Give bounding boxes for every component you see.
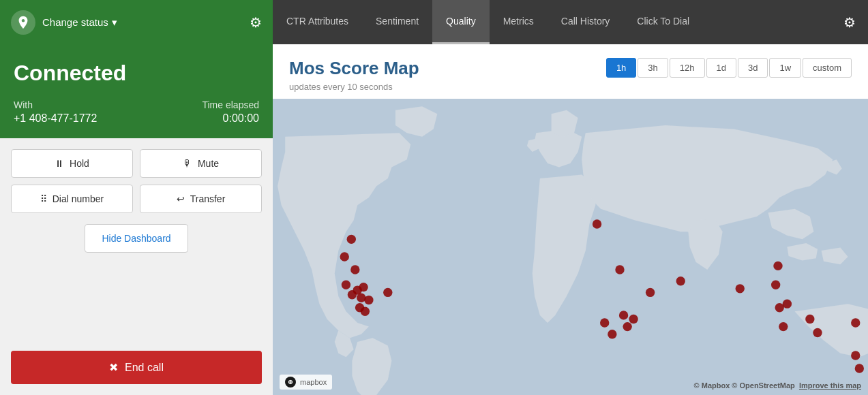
call-info: With +1 408-477-1772 Time elapsed 0:00:0…	[14, 99, 259, 125]
improve-map-link[interactable]: Improve this map	[799, 381, 861, 390]
svg-point-7	[359, 283, 368, 291]
change-status-button[interactable]: Change status ▾	[42, 16, 117, 29]
change-status-label: Change status	[42, 16, 108, 28]
end-call-icon: ✖	[109, 361, 118, 374]
dial-number-label: Dial number	[53, 193, 104, 204]
tab-sentiment[interactable]: Sentiment	[362, 0, 432, 44]
svg-point-18	[623, 322, 631, 331]
transfer-icon: ↩	[177, 193, 185, 204]
time-btn-3d[interactable]: 3d	[738, 58, 768, 78]
tab-quality-label: Quality	[446, 16, 476, 27]
hide-dashboard-area: Hide Dashboard	[0, 224, 273, 264]
svg-point-14	[615, 265, 624, 274]
action-buttons: ⏸ Hold 🎙 Mute ⠿ Dial number ↩ Transfer	[0, 138, 273, 224]
tab-metrics[interactable]: Metrics	[490, 0, 548, 44]
svg-point-23	[773, 262, 782, 270]
time-btn-1d-label: 1d	[717, 63, 726, 73]
dialpad-icon: ⠿	[40, 193, 47, 204]
time-elapsed-label: Time elapsed	[202, 99, 259, 110]
time-range-buttons: 1h 3h 12h 1d 3d 1w custom	[606, 58, 852, 78]
tab-metrics-label: Metrics	[503, 16, 534, 27]
map-header: Mos Score Map updates every 10 seconds 1…	[273, 44, 868, 99]
time-btn-3h-label: 3h	[648, 63, 657, 73]
tab-call-history-label: Call History	[561, 16, 610, 27]
map-subtitle: updates every 10 seconds	[289, 82, 419, 92]
time-elapsed-value: 0:00:00	[202, 112, 259, 125]
svg-point-1	[347, 235, 356, 244]
top-nav: Change status ▾ ⚙ CTR Attributes Sentime…	[0, 0, 868, 44]
transfer-label: Transfer	[190, 193, 226, 204]
hide-dashboard-button[interactable]: Hide Dashboard	[85, 224, 188, 253]
time-btn-1h[interactable]: 1h	[606, 58, 636, 78]
svg-point-13	[593, 219, 601, 228]
tab-quality[interactable]: Quality	[432, 0, 490, 44]
end-call-label: End call	[125, 362, 164, 374]
svg-point-21	[676, 276, 685, 285]
mute-button[interactable]: 🎙 Mute	[140, 149, 262, 178]
map-title-section: Mos Score Map updates every 10 seconds	[289, 58, 419, 92]
nav-tabs: CTR Attributes Sentiment Quality Metrics…	[273, 0, 831, 44]
left-panel: Connected With +1 408-477-1772 Time elap…	[0, 44, 273, 395]
app-logo	[11, 10, 35, 35]
map-attribution-right: © Mapbox © OpenStreetMap Improve this ma…	[694, 381, 861, 390]
time-btn-3h[interactable]: 3h	[638, 58, 668, 78]
svg-point-27	[779, 322, 788, 331]
svg-point-16	[608, 330, 616, 338]
time-btn-1h-label: 1h	[616, 63, 626, 73]
svg-point-3	[350, 265, 359, 274]
connected-banner: Connected With +1 408-477-1772 Time elap…	[0, 44, 273, 138]
time-btn-3d-label: 3d	[748, 63, 758, 73]
svg-point-17	[619, 311, 628, 319]
tab-click-to-dial[interactable]: Click To Dial	[623, 0, 703, 44]
svg-point-33	[851, 351, 860, 360]
time-btn-custom[interactable]: custom	[803, 58, 852, 78]
map-attribution-left: ⊕ mapbox	[280, 375, 332, 390]
connection-status: Connected	[14, 61, 259, 86]
svg-point-2	[340, 252, 349, 261]
time-btn-1w[interactable]: 1w	[769, 58, 801, 78]
tab-ctr-label: CTR Attributes	[286, 16, 348, 27]
svg-point-30	[851, 318, 860, 327]
world-map-svg	[273, 99, 868, 395]
mute-label: Mute	[198, 158, 219, 169]
settings-gear-icon[interactable]: ⚙	[250, 14, 262, 31]
svg-point-28	[805, 315, 814, 323]
main-content: Connected With +1 408-477-1772 Time elap…	[0, 44, 868, 395]
svg-point-12	[383, 288, 392, 297]
logo-icon	[16, 15, 31, 30]
svg-point-26	[783, 299, 792, 308]
time-btn-12h[interactable]: 12h	[670, 58, 705, 78]
svg-point-19	[629, 315, 638, 323]
mapbox-logo-icon: ⊕	[285, 377, 296, 388]
map-copyright-label: © Mapbox © OpenStreetMap	[694, 381, 795, 390]
svg-point-24	[771, 281, 780, 289]
dial-number-button[interactable]: ⠿ Dial number	[11, 185, 133, 213]
mapbox-label: mapbox	[300, 378, 327, 386]
tab-ctr-attributes[interactable]: CTR Attributes	[273, 0, 362, 44]
call-info-right: Time elapsed 0:00:00	[202, 99, 259, 125]
time-btn-1w-label: 1w	[779, 63, 791, 73]
hold-button[interactable]: ⏸ Hold	[11, 149, 133, 178]
svg-point-4	[342, 281, 350, 289]
hide-dashboard-label: Hide Dashboard	[102, 233, 170, 244]
chevron-down-icon: ▾	[112, 16, 117, 29]
map-title: Mos Score Map	[289, 58, 419, 79]
svg-point-34	[855, 364, 864, 373]
map-container: ⊕ mapbox © Mapbox © OpenStreetMap Improv…	[273, 99, 868, 395]
hold-label: Hold	[70, 158, 89, 169]
pause-icon: ⏸	[55, 158, 64, 169]
tab-call-history[interactable]: Call History	[548, 0, 624, 44]
svg-point-11	[361, 307, 370, 316]
time-btn-custom-label: custom	[813, 63, 841, 73]
mute-icon: 🎙	[183, 158, 192, 169]
phone-number: +1 408-477-1772	[14, 112, 97, 125]
nav-gear-right-icon[interactable]: ⚙	[831, 0, 868, 44]
with-label: With	[14, 99, 97, 110]
tab-click-to-dial-label: Click To Dial	[637, 16, 689, 27]
tab-sentiment-label: Sentiment	[376, 16, 419, 27]
transfer-button[interactable]: ↩ Transfer	[140, 185, 262, 213]
svg-point-29	[813, 328, 822, 337]
end-call-button[interactable]: ✖ End call	[11, 351, 262, 384]
nav-left: Change status ▾ ⚙	[0, 0, 273, 44]
time-btn-1d[interactable]: 1d	[706, 58, 736, 78]
